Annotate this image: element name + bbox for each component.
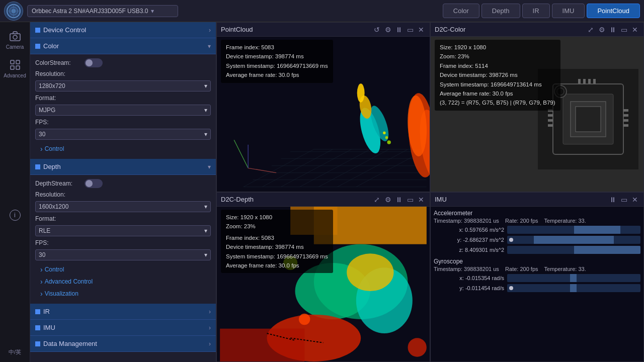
- d2c-color-content: Size: 1920 x 1080 Zoom: 23% Frame index:…: [431, 37, 643, 192]
- color-fps-select[interactable]: 30 ▾: [35, 129, 211, 140]
- ir-section-header[interactable]: IR ›: [30, 304, 216, 320]
- d2c-color-settings-btn[interactable]: ⚙: [597, 25, 606, 34]
- depth-format-select[interactable]: RLE ▾: [35, 225, 211, 236]
- depth-resolution-label: Resolution:: [35, 191, 65, 198]
- d2c-depth-content: Size: 1920 x 1080 Zoom: 23% Frame index:…: [217, 207, 430, 361]
- color-section-header[interactable]: Color ▾: [30, 38, 216, 54]
- d2c-depth-settings-btn[interactable]: ⚙: [383, 195, 392, 204]
- language-button[interactable]: 中/英: [9, 348, 21, 356]
- d2c-color-expand-btn[interactable]: ⤢: [586, 25, 595, 34]
- tab-ir[interactable]: IR: [522, 4, 550, 18]
- svg-line-13: [281, 149, 352, 187]
- d2c-color-title: D2C-Color: [435, 26, 583, 33]
- svg-rect-5: [10, 34, 20, 41]
- imu-section-header[interactable]: IMU ›: [30, 320, 216, 336]
- resolution-dropdown-icon: ▾: [204, 82, 207, 89]
- d2c-depth-expand-btn[interactable]: ⤢: [372, 195, 381, 204]
- d2c-color-size: Size: 1920 x 1080: [440, 43, 555, 52]
- depth-format-value: RLE: [39, 227, 50, 234]
- svg-rect-7: [11, 60, 14, 64]
- depth-resolution-select-row: 1600x1200 ▾: [35, 201, 211, 212]
- pc-avg-frame-rate: Average frame rate: 30.0 fps: [226, 70, 328, 79]
- topbar: Orbbec Astra 2 SN#AARJ33D005F USB3.0 ▾ C…: [0, 0, 644, 22]
- svg-rect-58: [593, 79, 596, 84]
- pointcloud-minimize-btn[interactable]: ▭: [406, 25, 415, 34]
- imu-content: Accelerometer Timestamp: 398838201 us Ra…: [431, 207, 643, 361]
- svg-point-70: [299, 314, 310, 325]
- depth-control-link[interactable]: Control: [35, 263, 211, 276]
- depth-indicator: [35, 164, 40, 169]
- pointcloud-pause-btn[interactable]: ⏸: [394, 25, 404, 34]
- accel-timestamp: Timestamp: 398838201 us: [434, 218, 499, 224]
- ir-section-title: IR: [43, 308, 206, 315]
- sidebar-item-advanced[interactable]: Advanced: [2, 55, 28, 81]
- camera-icon: [8, 29, 22, 43]
- visualization-link[interactable]: Visualization: [35, 288, 211, 300]
- d2c-color-zoom: Zoom: 23%: [440, 52, 555, 61]
- gyro-x-row: x: -0.015354 rad/s: [434, 274, 640, 282]
- tab-color[interactable]: Color: [443, 4, 479, 18]
- data-management-header[interactable]: Data Management ›: [30, 336, 216, 352]
- d2c-color-close-btn[interactable]: ✕: [630, 25, 639, 34]
- advanced-control-link[interactable]: Advanced Control: [35, 276, 211, 288]
- depth-resolution-select[interactable]: 1600x1200 ▾: [35, 201, 211, 212]
- d2c-color-minimize-btn[interactable]: ▭: [619, 25, 628, 34]
- colorstream-toggle[interactable]: [85, 58, 103, 67]
- accel-z-row: z: 8.409301 m/s^2: [434, 246, 640, 254]
- svg-point-40: [387, 140, 390, 144]
- tab-imu[interactable]: IMU: [552, 4, 585, 18]
- pointcloud-title: PointCloud: [221, 26, 369, 33]
- svg-line-16: [338, 149, 408, 187]
- advanced-control-link-label: Advanced Control: [45, 278, 93, 285]
- svg-point-6: [13, 35, 17, 39]
- info-icon: i: [10, 210, 21, 221]
- depth-subsection: DepthStream: Resolution: 1600x1200 ▾ For…: [30, 175, 216, 304]
- gyroscope-section: Gyroscope Timestamp: 398838201 us Rate: …: [434, 258, 640, 292]
- depth-section-header[interactable]: Depth ▾: [30, 159, 216, 175]
- pointcloud-refresh-btn[interactable]: ↺: [372, 25, 381, 34]
- color-resolution-row: Resolution:: [35, 70, 211, 77]
- sidebar-item-info[interactable]: i: [2, 207, 28, 224]
- d2c-depth-minimize-btn[interactable]: ▭: [406, 195, 415, 204]
- device-selector[interactable]: Orbbec Astra 2 SN#AARJ33D005F USB3.0 ▾: [27, 5, 178, 17]
- color-format-select[interactable]: MJPG ▾: [35, 105, 211, 116]
- d2c-depth-pause-btn[interactable]: ⏸: [394, 195, 404, 204]
- imu-close-btn[interactable]: ✕: [630, 195, 639, 204]
- svg-line-15: [318, 149, 389, 187]
- tab-pointcloud[interactable]: PointCloud: [587, 4, 640, 18]
- data-management-indicator: [35, 341, 40, 346]
- tab-depth[interactable]: Depth: [481, 4, 520, 18]
- sidebar-item-camera[interactable]: Camera: [2, 26, 28, 53]
- depthstream-toggle[interactable]: [85, 179, 103, 188]
- imu-titlebar: IMU ⏸ ▭ ✕: [431, 193, 643, 207]
- color-resolution-select[interactable]: 644x362 ▾: [35, 80, 211, 92]
- svg-line-25: [234, 140, 248, 168]
- gyro-timestamp: Timestamp: 398838201 us: [434, 266, 499, 272]
- pointcloud-overlay: Frame index: 5083 Device timestamp: 3987…: [221, 40, 333, 83]
- device-control-header[interactable]: Device Control ›: [30, 22, 216, 38]
- imu-minimize-btn[interactable]: ▭: [619, 195, 628, 204]
- color-control-link[interactable]: Control: [35, 143, 211, 155]
- d2c-depth-close-btn[interactable]: ✕: [417, 195, 426, 204]
- d2c-depth-controls: ⤢ ⚙ ⏸ ▭ ✕: [372, 195, 426, 204]
- device-control-title: Device Control: [43, 26, 206, 34]
- accel-y-bar-track: [507, 236, 640, 244]
- depth-fps-row: FPS:: [35, 239, 211, 246]
- depth-resolution-row: Resolution:: [35, 191, 211, 198]
- dropdown-arrow-icon: ▾: [151, 8, 154, 15]
- svg-rect-9: [11, 66, 14, 69]
- color-format-select-row: MJPG ▾: [35, 105, 211, 116]
- pointcloud-settings-btn[interactable]: ⚙: [383, 25, 392, 34]
- gyro-y-label: y: -0.011454 rad/s: [434, 285, 504, 291]
- accelerometer-title: Accelerometer: [434, 210, 640, 217]
- control-panel: Device Control › Color ▾ ColorStream: Re…: [30, 22, 216, 362]
- pointcloud-close-btn[interactable]: ✕: [417, 25, 426, 34]
- ir-arrow-icon: ›: [209, 308, 211, 315]
- depth-fps-select[interactable]: 30 ▾: [35, 249, 211, 260]
- gyro-y-dot: [509, 286, 513, 290]
- d2c-depth-title: D2C-Depth: [221, 196, 369, 203]
- svg-rect-52: [623, 114, 628, 117]
- imu-pause-btn[interactable]: ⏸: [608, 195, 617, 204]
- depth-fps-select-row: 30 ▾: [35, 249, 211, 260]
- d2c-color-pause-btn[interactable]: ⏸: [608, 25, 617, 34]
